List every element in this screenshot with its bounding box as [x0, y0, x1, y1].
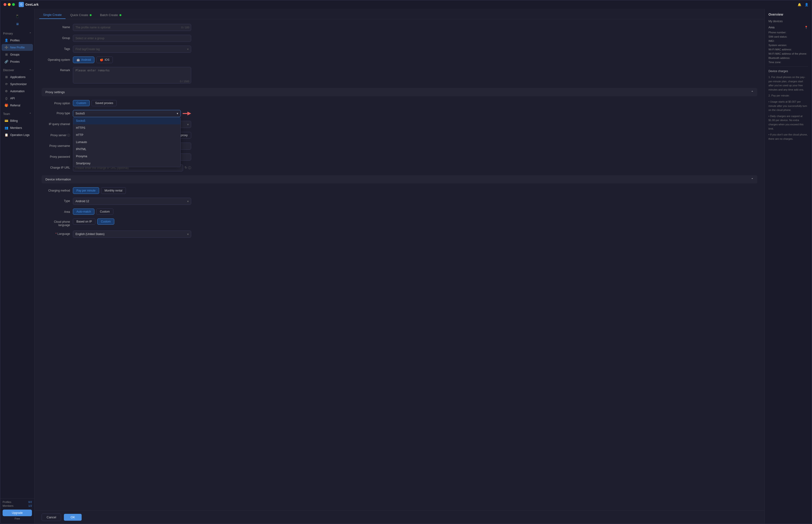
system-version-row: System version:	[768, 44, 808, 47]
sidebar-item-profiles[interactable]: 👤 Profiles	[2, 37, 33, 44]
red-arrow-indicator	[182, 111, 191, 116]
dropdown-lumauto[interactable]: Lumauto	[73, 138, 180, 146]
sidebar-item-api[interactable]: {} API	[2, 95, 33, 102]
type-control: Android 12	[73, 198, 191, 205]
proxy-server-label: Proxy server ⓘ	[42, 132, 70, 137]
group-row: Group	[42, 35, 757, 42]
sidebar-discover-header[interactable]: Discover ⌃	[0, 67, 34, 73]
sidebar-team-header[interactable]: Team ⌃	[0, 111, 34, 117]
charges-bullet-2: • Daily charges are capped at $1.00 per …	[768, 114, 808, 131]
charges-bullet-3: • If you don't use the cloud phone, ther…	[768, 133, 808, 141]
tags-field[interactable]: Find tag/Create tag ▾	[73, 46, 191, 53]
close-button[interactable]	[3, 3, 6, 6]
based-on-ip-button[interactable]: Based on IP	[73, 218, 95, 225]
sidebar-item-synchronizer[interactable]: ⟳ Synchronizer	[2, 81, 33, 87]
main-panel: Single Create Quick Create Batch Create	[34, 9, 764, 524]
cloud-phone-lang-row: Cloud phone language Based on IP Custom	[42, 218, 757, 227]
wifi-mac-row: Wi-Fi MAC address:	[768, 48, 808, 51]
os-android-button[interactable]: 🤖 Android	[73, 56, 94, 63]
type-row: Type Android 12	[42, 198, 757, 205]
dropdown-https[interactable]: HTTPS	[73, 125, 180, 131]
proxy-saved-button[interactable]: Saved proxies	[92, 100, 117, 106]
language-select-wrapper: English (United States)	[73, 231, 191, 238]
sidebar-item-members[interactable]: 👥 Members	[2, 125, 33, 131]
custom-area-button[interactable]: Custom	[96, 209, 113, 215]
proxy-server-info-icon[interactable]: ⓘ	[67, 134, 70, 137]
sidebar-item-groups[interactable]: ⊞ Groups	[2, 51, 33, 58]
proxy-settings-section-header[interactable]: Proxy settings ⌃	[42, 88, 757, 96]
maximize-button[interactable]	[12, 3, 15, 6]
os-ios-button[interactable]: 🍎 iOS	[96, 56, 113, 63]
sidebar-item-new-profile[interactable]: ➕ New Profile	[2, 44, 33, 51]
type-select[interactable]: Android 12	[73, 198, 191, 205]
user-icon[interactable]: 👤	[805, 3, 809, 6]
refresh-icon[interactable]: ↻	[185, 166, 187, 170]
cloud-phone-lang-control: Based on IP Custom	[73, 218, 191, 225]
dropdown-iphtml[interactable]: IPHTML	[73, 146, 180, 153]
minimize-button[interactable]	[8, 3, 11, 6]
members-icon: 👥	[4, 126, 8, 130]
sidebar-item-automation[interactable]: ⚙ Automation	[2, 88, 33, 95]
desktop-icon[interactable]: 🖥	[2, 20, 33, 28]
traffic-lights	[3, 3, 15, 6]
ip-query-label: IP query channel	[42, 121, 70, 126]
proxy-type-control: Socks5 ▾ Socks5 HTTPS HTTP Lumauto IPHTM…	[73, 110, 191, 117]
proxies-icon: 🔗	[4, 60, 8, 63]
tab-batch-create[interactable]: Batch Create	[96, 11, 125, 19]
area-control: Auto-match Custom	[73, 209, 191, 215]
proxy-type-select[interactable]: Socks5 ▾	[73, 110, 181, 117]
sidebar-item-operation-logs[interactable]: 📋 Operation Logs	[2, 131, 33, 138]
remark-label: Remark	[42, 67, 70, 72]
cloud-phone-lang-label: Cloud phone language	[42, 218, 70, 227]
tab-single-create[interactable]: Single Create	[39, 11, 65, 19]
tab-quick-create[interactable]: Quick Create	[66, 11, 95, 19]
group-input[interactable]	[73, 35, 191, 42]
proxy-password-label: Proxy password	[42, 153, 70, 159]
name-row: Name 0 / 100	[42, 24, 757, 31]
sidebar-primary-header[interactable]: Primary ⌃	[0, 31, 34, 37]
change-ip-info-icon[interactable]: ⓘ	[188, 166, 191, 170]
area-label: Area	[42, 209, 70, 214]
sidebar-item-referral[interactable]: 🎁 Referral	[2, 102, 33, 109]
lang-buttons: Based on IP Custom	[73, 218, 191, 225]
name-input-wrapper: 0 / 100	[73, 24, 191, 31]
notification-icon[interactable]: 🔔	[798, 3, 801, 6]
dropdown-proxyma[interactable]: Proxyma	[73, 153, 180, 160]
group-control	[73, 35, 191, 42]
name-control: 0 / 100	[73, 24, 191, 31]
charging-method-row: Charging method Pay per minute Monthly r…	[42, 187, 757, 194]
upgrade-button[interactable]: Upgrade	[3, 510, 32, 516]
right-panel: Overview My devices Area 📍 Phone number:…	[764, 9, 812, 524]
timezone-row: Time zone:	[768, 61, 808, 64]
form-footer: Cancel OK	[34, 510, 764, 524]
profiles-stat: Profiles 0/2	[3, 501, 32, 504]
pay-per-minute-button[interactable]: Pay per minute	[73, 187, 99, 194]
monthly-rental-button[interactable]: Monthly rental	[101, 187, 126, 194]
name-input[interactable]	[73, 24, 191, 31]
remark-textarea[interactable]	[73, 67, 191, 83]
device-info-title: Device information	[45, 178, 71, 181]
language-label: Language	[42, 231, 70, 235]
proxy-custom-button[interactable]: Custom	[73, 100, 90, 106]
dropdown-socks5[interactable]: Socks5	[73, 117, 180, 125]
area-buttons: Auto-match Custom	[73, 209, 191, 215]
sidebar-discover-section: Discover ⌃ ⊞ Applications ⟳ Synchronizer…	[0, 66, 34, 110]
charging-buttons: Pay per minute Monthly rental	[73, 187, 191, 194]
name-count: 0 / 100	[181, 26, 189, 29]
device-info-section-header[interactable]: Device information ⌃	[42, 175, 757, 183]
sidebar-item-proxies[interactable]: 🔗 Proxies	[2, 58, 33, 65]
mobile-icon[interactable]: 📱	[2, 13, 33, 20]
dropdown-smartproxy[interactable]: Smartproxy	[73, 160, 180, 167]
custom-lang-button[interactable]: Custom	[97, 218, 114, 225]
dropdown-http[interactable]: HTTP	[73, 131, 180, 138]
ok-button[interactable]: OK	[64, 514, 82, 521]
auto-match-button[interactable]: Auto-match	[73, 209, 94, 215]
remark-row: Remark 0 / 1500	[42, 67, 757, 84]
sidebar-item-billing[interactable]: 💳 Billing	[2, 117, 33, 124]
language-select[interactable]: English (United States)	[73, 231, 191, 238]
proxy-settings-collapse-icon: ⌃	[751, 90, 753, 94]
app-logo: G GeeLark	[19, 2, 38, 7]
sim-status-row: SIM card status:	[768, 35, 808, 38]
sidebar-item-applications[interactable]: ⊞ Applications	[2, 73, 33, 80]
cancel-button[interactable]: Cancel	[42, 513, 61, 521]
